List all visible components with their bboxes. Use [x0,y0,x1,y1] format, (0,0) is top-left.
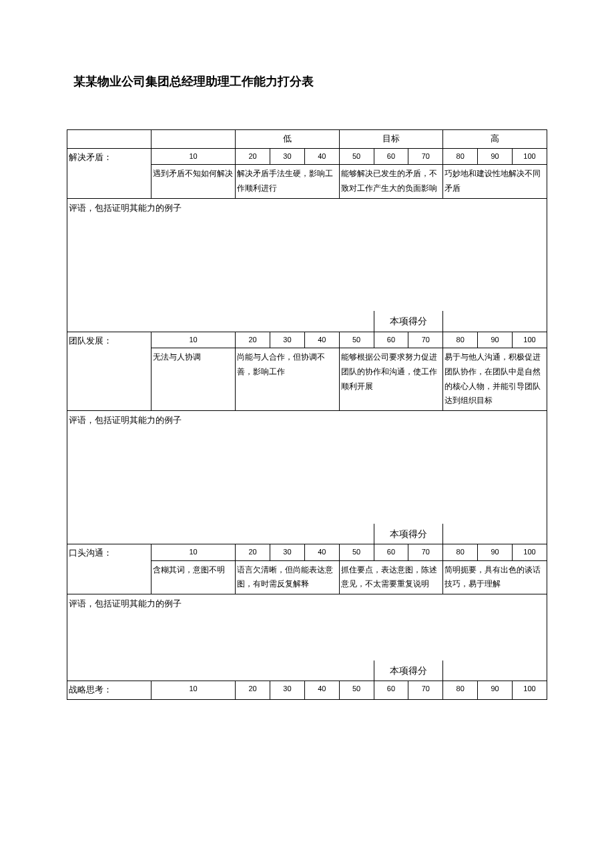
score-80: 80 [443,681,478,699]
oral-comment-label: 评语，包括证明其能力的例子 [67,594,547,613]
score-40: 40 [304,544,339,560]
score-60: 60 [374,148,408,165]
conflict-d4: 巧妙地和建设性地解决不同矛盾 [443,165,547,198]
conflict-comment-label-row: 评语，包括证明其能力的例子 [67,198,547,218]
team-score-label: 本项得分 [374,524,443,544]
team-score-row: 团队发展： 10 20 30 40 50 60 70 80 90 100 [67,332,547,348]
score-30: 30 [270,681,304,699]
team-score-box[interactable] [443,524,547,544]
conflict-comment-label: 评语，包括证明其能力的例子 [67,198,547,218]
score-60: 60 [374,681,408,699]
conflict-score-spacer [67,311,374,332]
oral-comment-body-row [67,614,547,661]
score-50: 50 [339,148,374,165]
team-score-box-row: 本项得分 [67,524,547,544]
score-70: 70 [408,544,443,560]
header-target: 目标 [339,130,443,149]
score-100: 100 [513,332,547,348]
header-high: 高 [443,130,547,149]
score-20: 20 [236,332,270,348]
header-row: 低 目标 高 [67,130,547,149]
score-50: 50 [339,544,374,560]
score-60: 60 [374,332,408,348]
conflict-d2: 解决矛盾手法生硬，影响工作顺利进行 [236,165,340,198]
page-title: 某某物业公司集团总经理助理工作能力打分表 [67,73,547,89]
score-30: 30 [270,332,304,348]
oral-score-row: 口头沟通： 10 20 30 40 50 60 70 80 90 100 [67,544,547,560]
oral-score-box[interactable] [443,661,547,681]
score-70: 70 [408,332,443,348]
strategy-score-row: 战略思考： 10 20 30 40 50 60 70 80 90 100 [67,681,547,699]
score-40: 40 [304,681,339,699]
score-30: 30 [270,148,304,165]
score-20: 20 [236,148,270,165]
score-40: 40 [304,148,339,165]
header-low: 低 [236,130,340,149]
score-60: 60 [374,544,408,560]
score-50: 50 [339,332,374,348]
oral-score-spacer [67,661,374,681]
scoring-table: 低 目标 高 解决矛盾： 10 20 30 40 50 60 70 80 90 … [67,129,547,700]
score-90: 90 [478,544,513,560]
score-50: 50 [339,681,374,699]
conflict-score-row: 解决矛盾： 10 20 30 40 50 60 70 80 90 100 [67,148,547,165]
conflict-comment-body-row [67,218,547,311]
oral-score-box-row: 本项得分 [67,661,547,681]
score-70: 70 [408,681,443,699]
score-10: 10 [151,544,236,560]
score-80: 80 [443,332,478,348]
team-score-spacer [67,524,374,544]
score-90: 90 [478,332,513,348]
conflict-d1: 遇到矛盾不知如何解决 [151,165,236,198]
score-40: 40 [304,332,339,348]
header-blank-1 [67,130,151,149]
score-80: 80 [443,544,478,560]
oral-label: 口头沟通： [67,544,151,594]
score-30: 30 [270,544,304,560]
team-comment-body-row [67,430,547,524]
oral-comment-body[interactable] [67,614,547,661]
score-10: 10 [151,332,236,348]
team-d4: 易于与他人沟通，积极促进团队协作，在团队中是自然的核心人物，并能引导团队达到组织… [443,348,547,410]
oral-comment-label-row: 评语，包括证明其能力的例子 [67,594,547,613]
score-70: 70 [408,148,443,165]
score-90: 90 [478,148,513,165]
team-d2: 尚能与人合作，但协调不善，影响工作 [236,348,340,410]
oral-d1: 含糊其词，意图不明 [151,560,236,594]
conflict-score-box[interactable] [443,311,547,332]
score-100: 100 [513,544,547,560]
team-comment-label: 评语，包括证明其能力的例子 [67,410,547,430]
score-10: 10 [151,148,236,165]
oral-d4: 简明扼要，具有出色的谈话技巧，易于理解 [443,560,547,594]
team-label: 团队发展： [67,332,151,410]
score-80: 80 [443,148,478,165]
oral-d3: 抓住要点，表达意图，陈述意见，不太需要重复说明 [339,560,443,594]
score-10: 10 [151,681,236,699]
team-comment-label-row: 评语，包括证明其能力的例子 [67,410,547,430]
header-blank-2 [151,130,236,149]
oral-score-label: 本项得分 [374,661,443,681]
team-d3: 能够根据公司要求努力促进团队的协作和沟通，使工作顺利开展 [339,348,443,410]
conflict-label: 解决矛盾： [67,148,151,198]
conflict-score-box-row: 本项得分 [67,311,547,332]
score-100: 100 [513,148,547,165]
score-100: 100 [513,681,547,699]
team-d1: 无法与人协调 [151,348,236,410]
conflict-comment-body[interactable] [67,218,547,311]
strategy-label: 战略思考： [67,681,151,699]
score-20: 20 [236,681,270,699]
score-20: 20 [236,544,270,560]
conflict-score-label: 本项得分 [374,311,443,332]
conflict-d3: 能够解决已发生的矛盾，不致对工作产生大的负面影响 [339,165,443,198]
score-90: 90 [478,681,513,699]
oral-d2: 语言欠清晰，但尚能表达意图，有时需反复解释 [236,560,340,594]
team-comment-body[interactable] [67,430,547,524]
